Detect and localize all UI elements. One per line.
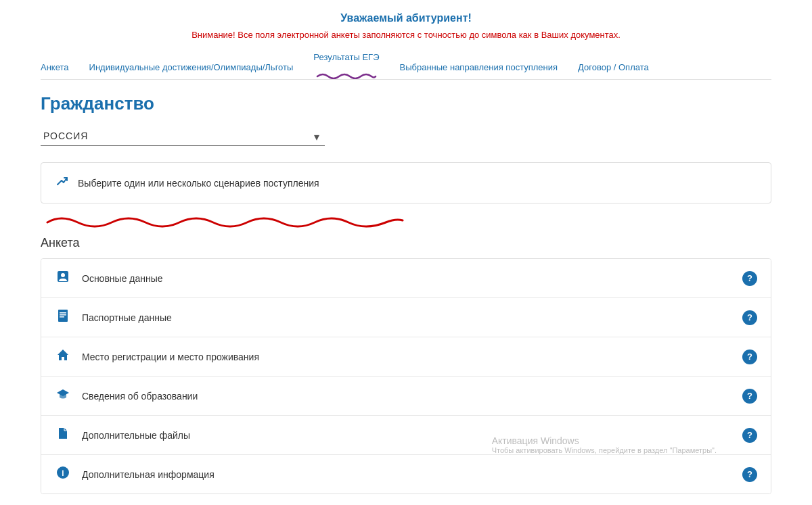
help-icon-passport[interactable]: ? bbox=[742, 310, 757, 325]
document-icon bbox=[55, 309, 71, 326]
info-icon: i bbox=[55, 466, 71, 483]
windows-watermark-subtitle: Чтобы активировать Windows, перейдите в … bbox=[492, 446, 717, 454]
tab-contract[interactable]: Договор / Оплата bbox=[578, 62, 649, 79]
anketa-item-additional-info[interactable]: i Дополнительная информация ? bbox=[41, 455, 771, 494]
anketa-item-education-left: Сведения об образовании bbox=[55, 387, 198, 404]
svg-rect-5 bbox=[60, 316, 64, 318]
help-icon-additional-info[interactable]: ? bbox=[742, 467, 757, 482]
scenario-text: Выберите один или несколько сценариев по… bbox=[78, 178, 319, 189]
anketa-item-education[interactable]: Сведения об образовании ? bbox=[41, 377, 771, 416]
help-icon-main-data[interactable]: ? bbox=[742, 271, 757, 286]
scenario-icon bbox=[55, 174, 70, 192]
svg-point-1 bbox=[61, 273, 65, 277]
tab-achievements[interactable]: Индивидуальные достижения/Олимпиады/Льго… bbox=[89, 62, 294, 79]
anketa-item-main-data-left: Основные данные bbox=[55, 270, 163, 287]
svg-rect-4 bbox=[60, 314, 66, 316]
anketa-item-passport[interactable]: Паспортные данные ? bbox=[41, 298, 771, 337]
help-icon-address[interactable]: ? bbox=[742, 350, 757, 364]
red-squiggle-annotation bbox=[41, 210, 771, 224]
tab-anketa[interactable]: Анкета bbox=[41, 62, 69, 79]
top-header: Уважаемый абитуриент! Внимание! Все поля… bbox=[0, 0, 812, 40]
svg-text:i: i bbox=[62, 468, 64, 478]
anketa-label-files: Дополнительные файлы bbox=[82, 430, 190, 441]
anketa-item-main-data[interactable]: Основные данные ? bbox=[41, 259, 771, 298]
anketa-item-files[interactable]: Дополнительные файлы Активация Windows Ч… bbox=[41, 416, 771, 455]
anketa-item-passport-left: Паспортные данные bbox=[55, 309, 172, 326]
graduation-icon bbox=[55, 387, 71, 404]
windows-watermark-title: Активация Windows bbox=[492, 435, 717, 446]
warning-text: Внимание! Все поля электронной анкеты за… bbox=[0, 30, 812, 40]
citizenship-select[interactable]: РОССИЯ ДРУГОЕ bbox=[41, 126, 325, 146]
greeting-text: Уважаемый абитуриент! bbox=[0, 12, 812, 24]
help-icon-education[interactable]: ? bbox=[742, 389, 757, 404]
svg-marker-6 bbox=[58, 350, 68, 360]
nav-tabs: Анкета Индивидуальные достижения/Олимпиа… bbox=[0, 40, 812, 79]
main-content: Гражданство РОССИЯ ДРУГОЕ ▾ Выберите оди… bbox=[0, 80, 812, 505]
file-icon bbox=[55, 427, 71, 443]
scenario-box[interactable]: Выберите один или несколько сценариев по… bbox=[41, 162, 771, 203]
anketa-label-address: Место регистрации и место проживания bbox=[82, 352, 259, 362]
section-title: Анкета bbox=[41, 236, 771, 250]
svg-rect-3 bbox=[60, 312, 66, 314]
anketa-item-files-left: Дополнительные файлы bbox=[55, 427, 190, 443]
tab-ege[interactable]: Результаты ЕГЭ bbox=[313, 52, 379, 69]
citizenship-select-wrapper: РОССИЯ ДРУГОЕ ▾ bbox=[41, 126, 325, 146]
anketa-label-main-data: Основные данные bbox=[82, 273, 163, 284]
anketa-label-education: Сведения об образовании bbox=[82, 391, 198, 402]
anketa-label-additional-info: Дополнительная информация bbox=[82, 469, 215, 480]
help-icon-files[interactable]: ? bbox=[742, 428, 757, 443]
anketa-list: Основные данные ? Паспортные данные ? bbox=[41, 258, 771, 494]
anketa-item-additional-info-left: i Дополнительная информация bbox=[55, 466, 215, 483]
page-title: Гражданство bbox=[41, 93, 771, 114]
tab-directions[interactable]: Выбранные направления поступления bbox=[399, 62, 558, 79]
person-icon bbox=[55, 270, 71, 287]
svg-rect-2 bbox=[58, 310, 68, 322]
tab-ege-wrapper: Результаты ЕГЭ bbox=[313, 52, 379, 79]
home-icon bbox=[55, 348, 71, 365]
anketa-label-passport: Паспортные данные bbox=[82, 312, 172, 323]
anketa-item-address-left: Место регистрации и место проживания bbox=[55, 348, 259, 365]
anketa-item-address[interactable]: Место регистрации и место проживания ? bbox=[41, 337, 771, 377]
ege-underline bbox=[316, 71, 377, 79]
windows-watermark: Активация Windows Чтобы активировать Win… bbox=[492, 435, 717, 454]
